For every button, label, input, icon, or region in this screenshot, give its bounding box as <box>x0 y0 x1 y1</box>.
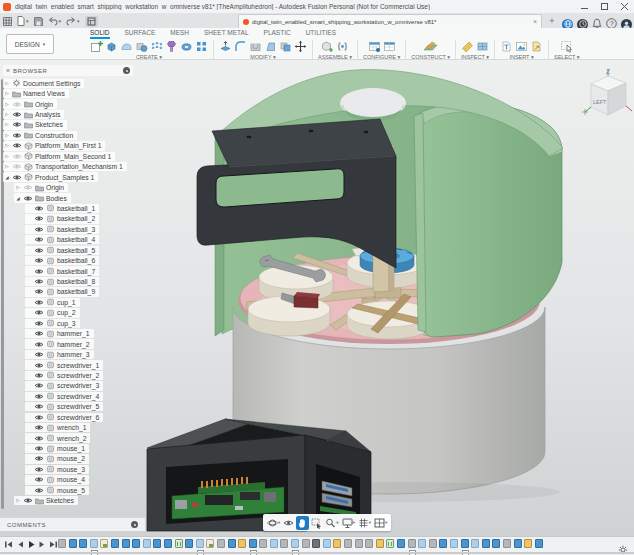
browser-tree-item[interactable]: Platform_Main_Second 1 <box>3 151 153 161</box>
browser-tree-item[interactable]: Origin <box>3 99 153 109</box>
browser-tree-item[interactable]: screwdriver_4 <box>25 391 153 401</box>
comments-options-icon[interactable] <box>131 521 138 528</box>
undo-icon[interactable]: ▾ <box>48 17 62 26</box>
data-panel-toggle-icon[interactable] <box>3 17 12 26</box>
new-tab-button[interactable]: + <box>546 15 558 27</box>
form-icon[interactable] <box>120 40 133 53</box>
browser-tree-item[interactable]: screwdriver_3 <box>25 381 153 391</box>
expand-arrow-icon[interactable] <box>4 122 10 127</box>
browser-collapse-icon[interactable]: « <box>6 67 10 74</box>
configuration-insert-icon[interactable] <box>383 40 396 53</box>
browser-tree-item[interactable]: Sketches <box>3 120 153 130</box>
browser-tree-item[interactable]: wrench_1 <box>25 422 153 432</box>
visibility-eye-icon[interactable] <box>34 309 44 316</box>
timeline-feature-icon[interactable] <box>429 539 437 548</box>
pan-tool-icon[interactable] <box>296 516 309 530</box>
primitive-icon[interactable] <box>135 40 148 53</box>
new-component-icon[interactable] <box>321 40 334 53</box>
visibility-eye-icon[interactable] <box>34 403 44 410</box>
timeline-feature-icon[interactable] <box>333 539 341 548</box>
visibility-eye-icon[interactable] <box>34 435 44 442</box>
visibility-eye-icon[interactable] <box>34 424 44 431</box>
select-icon[interactable] <box>560 40 574 53</box>
browser-tree-item[interactable]: mouse_2 <box>25 454 153 464</box>
browser-tree-item[interactable]: mouse_4 <box>25 475 153 485</box>
timeline-feature-icon[interactable] <box>291 539 299 548</box>
expand-arrow-icon[interactable] <box>4 81 10 86</box>
visibility-eye-icon[interactable] <box>34 414 44 421</box>
model-canvas[interactable]: Z LEFT « BROWSER <box>0 60 634 536</box>
visibility-eye-icon[interactable] <box>34 205 44 212</box>
browser-tree-item[interactable]: mouse_1 <box>25 443 153 453</box>
browser-panel-header[interactable]: « BROWSER <box>3 65 133 76</box>
timeline-feature-icon[interactable] <box>132 539 140 548</box>
canvas-image-icon[interactable] <box>515 40 528 53</box>
ribbon-tab[interactable]: PLASTIC <box>264 28 291 39</box>
timeline-feature-icon[interactable] <box>471 539 479 548</box>
bolt-icon[interactable] <box>165 40 178 53</box>
visibility-eye-icon[interactable] <box>23 195 33 202</box>
redo-icon[interactable]: ▾ <box>66 17 80 26</box>
expand-arrow-icon[interactable] <box>4 175 10 180</box>
timeline-feature-icon[interactable] <box>312 539 320 548</box>
browser-tree-item[interactable]: hammer_3 <box>25 349 153 359</box>
browser-tree-item[interactable]: basketball_4 <box>25 235 153 245</box>
timeline-feature-icon[interactable] <box>153 539 161 548</box>
browser-tree-item[interactable]: basketball_7 <box>25 266 153 276</box>
create-sketch-icon[interactable] <box>90 40 103 53</box>
visibility-eye-icon[interactable] <box>12 163 22 170</box>
ribbon-tab[interactable]: SURFACE <box>125 28 156 39</box>
timeline-feature-icon[interactable] <box>175 539 183 548</box>
configuration-table-icon[interactable] <box>368 40 381 53</box>
browser-tree-item[interactable]: cup_1 <box>25 297 153 307</box>
visibility-eye-icon[interactable] <box>12 142 22 149</box>
visibility-eye-icon[interactable] <box>34 393 44 400</box>
browser-tree-item[interactable]: wrench_2 <box>25 433 153 443</box>
joint-icon[interactable] <box>336 40 349 53</box>
timeline-feature-icon[interactable] <box>196 539 204 548</box>
press-pull-icon[interactable] <box>219 40 232 53</box>
shell-icon[interactable] <box>249 40 262 53</box>
browser-tree-item[interactable]: screwdriver_5 <box>25 402 153 412</box>
step-forward-button[interactable] <box>38 540 46 549</box>
visibility-eye-icon[interactable] <box>34 341 44 348</box>
timeline-feature-icon[interactable] <box>482 539 490 548</box>
browser-tree-item[interactable]: Sketches <box>14 496 153 506</box>
expand-arrow-icon[interactable] <box>15 185 21 190</box>
measure-icon[interactable] <box>461 40 474 53</box>
visibility-eye-icon[interactable] <box>34 455 44 462</box>
ribbon-tab[interactable]: MESH <box>170 28 189 39</box>
extrude-icon[interactable] <box>105 40 118 53</box>
visibility-eye-icon[interactable] <box>12 111 22 118</box>
timeline-feature-icon[interactable] <box>270 539 278 548</box>
browser-tree-item[interactable]: screwdriver_6 <box>25 412 153 422</box>
home-view-button[interactable] <box>85 16 98 27</box>
browser-tree-item[interactable]: basketball_9 <box>25 287 153 297</box>
expand-arrow-icon[interactable] <box>4 91 10 96</box>
timeline-feature-icon[interactable] <box>206 539 214 548</box>
go-to-end-button[interactable] <box>49 540 58 549</box>
timeline-feature-icon[interactable] <box>111 539 119 548</box>
go-to-start-button[interactable] <box>4 540 13 549</box>
browser-tree-item[interactable]: basketball_3 <box>25 224 153 234</box>
timeline-feature-icon[interactable] <box>418 539 426 548</box>
timeline-feature-icon[interactable] <box>90 539 98 548</box>
orbit-tool-icon[interactable]: ▾ <box>266 516 281 530</box>
timeline-feature-icon[interactable] <box>450 539 458 548</box>
pattern-icon[interactable] <box>195 40 208 53</box>
file-menu-icon[interactable]: ▾ <box>17 16 29 26</box>
zoom-tool-icon[interactable]: ▾ <box>324 516 339 530</box>
expand-arrow-icon[interactable] <box>4 164 10 169</box>
browser-tree-item[interactable]: Named Views <box>3 88 153 98</box>
visibility-eye-icon[interactable] <box>23 184 33 191</box>
visibility-eye-icon[interactable] <box>34 382 44 389</box>
visibility-eye-icon[interactable] <box>34 215 44 222</box>
browser-tree-item[interactable]: basketball_8 <box>25 276 153 286</box>
visibility-eye-icon[interactable] <box>34 226 44 233</box>
timeline-feature-icon[interactable] <box>58 539 66 548</box>
expand-arrow-icon[interactable] <box>4 133 10 138</box>
draft-icon[interactable] <box>264 40 277 53</box>
browser-tree-item[interactable]: Construction <box>3 130 153 140</box>
visibility-eye-icon[interactable] <box>34 236 44 243</box>
lattice-icon[interactable] <box>150 40 163 53</box>
